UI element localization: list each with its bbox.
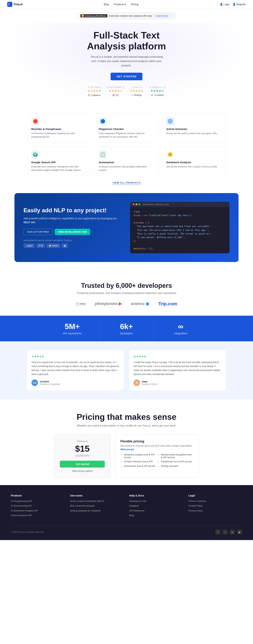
pricing-title: Pricing that makes sense: [7, 412, 246, 422]
nlp-title: Easily add NLP to any project!: [24, 207, 123, 214]
reviewer: CA Caroline Freelance Copywriter: [32, 380, 120, 386]
product-icon-plagiarism: 🔵: [99, 117, 106, 125]
integration-logos: ..zapier ✉ M 🏠 Airbnb ▦: [24, 243, 123, 248]
announcement-link[interactable]: Learn more →: [154, 14, 172, 18]
nlp-right: sentiment-analysis.php <?php $tinq = new…: [130, 202, 230, 253]
product-name: Sentiment Analysis: [166, 161, 222, 164]
footer-privacy-link[interactable]: Privacy Policy: [188, 509, 242, 512]
product-sentiment[interactable]: 😊 Sentiment Analysis Get all the emotion…: [162, 146, 226, 176]
logo[interactable]: T Tinq.ai: [7, 2, 22, 7]
footer-link[interactable]: Bulk sentiment analysis: [70, 504, 124, 508]
company-logos: ∀eley pitneybowes ▶ aramco 🔷 Trip.com: [7, 301, 246, 307]
footer-usecases-heading: Use-cases: [70, 494, 124, 497]
hero-title: Full-Stack Text Analysis platform: [76, 30, 177, 52]
code-titlebar: sentiment-analysis.php: [130, 202, 230, 207]
stat-label: Developers: [103, 332, 150, 335]
what-you-get: What you get: [120, 448, 193, 451]
nav-blog[interactable]: Blog: [104, 3, 109, 6]
arrow-icon: →: [168, 14, 170, 17]
product-extractor[interactable]: 🌐 Article Extractor Extract all the usef…: [162, 113, 226, 143]
pricing-container: Starting at $15 USD/MONTH Get started Vi…: [54, 434, 199, 478]
footer-link[interactable]: Blog: [129, 514, 183, 517]
logo-text: Tinq.ai: [13, 3, 22, 6]
code-body: <?php $tinq = new TinqTinqClient('<your …: [130, 207, 230, 253]
facebook-icon[interactable]: f: [216, 530, 220, 534]
stat-label: Integrations: [157, 332, 204, 335]
nlp-left: Easily add NLP to any project! Add power…: [24, 207, 123, 248]
trusted-subtitle: Trusted by professionals, and members of…: [7, 292, 246, 294]
footer-link[interactable]: Helpdesk: [129, 504, 183, 508]
rating-capterra: ❮NLP Tools❯ ★★★★★ C Capterra: [88, 86, 102, 97]
rating-g2: ❮NLU Software❯ ★★★★½ G G2: [107, 86, 124, 97]
other-logo: ▦: [62, 243, 68, 248]
footer-products-heading: Products: [11, 494, 65, 497]
nav-login[interactable]: 👤 Login: [220, 3, 230, 6]
footer-link[interactable]: Article Extractor API: [11, 514, 65, 517]
footer-link[interactable]: API Reference: [129, 509, 183, 512]
chevron-down-icon: ▾: [124, 3, 126, 6]
signup-button[interactable]: SIGN UP FOR FREE: [24, 229, 52, 235]
linkedin-icon[interactable]: in: [230, 530, 235, 534]
product-plagiarism[interactable]: 🔵 Plagiarism Checker Fully integrated Pl…: [94, 113, 158, 143]
youtube-icon[interactable]: ▶: [237, 530, 242, 534]
pitneybowes-logo: pitneybowes ▶: [95, 302, 122, 306]
check-icon: ✓: [158, 460, 160, 463]
footer-link[interactable]: AI Sentiment Analysis API: [11, 509, 65, 512]
register-icon: 👤: [232, 3, 236, 6]
check-icon: ✓: [158, 454, 160, 456]
product-icon-extractor: 🌐: [166, 117, 174, 125]
footer-usecases: Use-cases Scale content moderation with …: [70, 494, 124, 518]
svg-text:T: T: [8, 3, 10, 6]
flexible-title: Flexible pricing: [120, 440, 193, 443]
footer-terms-link[interactable]: Terms of Service: [188, 500, 242, 503]
code-window: sentiment-analysis.php <?php $tinq = new…: [130, 202, 230, 253]
nav-products[interactable]: Products ▾: [114, 3, 126, 6]
social-icons: f t in ▶: [216, 530, 242, 534]
trusted-section: Trusted by 6,000+ developers Trusted by …: [0, 271, 253, 316]
flexible-desc: Get access to Tinq.ai's all-in-one NLP t…: [120, 444, 193, 447]
footer-link[interactable]: Writing assistant for Students: [70, 509, 124, 512]
hero-cta-button[interactable]: GET STARTED: [110, 73, 142, 80]
feature-2: ✓ Named-entity recognition tool & API ac…: [158, 453, 193, 459]
tripcom-logo: Trip.com: [158, 301, 177, 307]
pricing-period: USD/MONTH: [60, 454, 105, 457]
nlp-section: Easily add NLP to any project! Add power…: [14, 193, 238, 262]
product-rewriter[interactable]: 🔴 Rewriter & Paraphraser AI-Powered mult…: [27, 113, 91, 143]
pricing-starting: Starting at: [60, 440, 105, 442]
nav-links: Blog Products ▾ Pricing: [104, 3, 138, 6]
stat-integrations: ∞ Integrations: [154, 316, 208, 341]
footer-link[interactable]: Scale content moderation with AI: [70, 500, 124, 503]
devs-hub-button[interactable]: VIEW DEVELOPERS' HUB: [55, 229, 90, 235]
nav-register[interactable]: 👤 Register: [232, 3, 246, 6]
twitter-icon[interactable]: t: [223, 530, 228, 534]
pricing-cta-button[interactable]: Get started: [60, 461, 105, 468]
nav-pricing[interactable]: Pricing: [131, 3, 138, 6]
copyright: © 2024 Tinq.ai. All rights reserved.: [11, 531, 44, 533]
product-icon-sentiment: 😊: [166, 150, 174, 158]
trusted-title: Trusted by 6,000+ developers: [7, 282, 246, 290]
product-google-search[interactable]: 🌍 Google Search API Empower your busines…: [27, 146, 91, 176]
product-summarizer[interactable]: 📋 Summarizer AI-based summarizer that ac…: [94, 146, 158, 176]
getapp-icon: »: [132, 94, 133, 96]
rating-category: ❮NLP Tools❯: [88, 86, 102, 88]
footer-cookie-link[interactable]: Cookie Policy: [188, 504, 242, 508]
reviewer-name: Isaac: [142, 380, 158, 383]
footer-link[interactable]: AI Paraphrasing API: [11, 500, 65, 503]
view-all-products: VIEW ALL PRODUCTS: [27, 181, 226, 184]
products-section: 🔴 Rewriter & Paraphraser AI-Powered mult…: [0, 104, 253, 193]
view-all-link[interactable]: VIEW ALL PRODUCTS: [112, 181, 140, 184]
window-minimize-dot: [136, 204, 137, 205]
footer-link[interactable]: AI Summarizing API: [11, 504, 65, 508]
review-text: I really like using Tinq in my app. This…: [134, 360, 222, 376]
hero-section: Full-Stack Text Analysis platform Tinq.a…: [0, 23, 253, 104]
product-desc: Extract all the useful content from any …: [166, 132, 222, 135]
window-close-dot: [133, 204, 134, 205]
view-pricing-link[interactable]: View pricing options: [72, 470, 93, 472]
stat-number: 5M+: [49, 322, 96, 331]
footer-link[interactable]: Developers' hub: [129, 500, 183, 503]
footer-legal-heading: Legal: [188, 494, 242, 497]
integrates-label: INTEGRATES WITH YOUR FAVORITE TOOLS: [24, 240, 123, 242]
airbnb-logo: 🏠 Airbnb: [46, 243, 60, 248]
stat-number: 6k+: [103, 322, 150, 331]
review-card-2: ★★★★★ I really like using Tinq in my app…: [129, 350, 226, 390]
